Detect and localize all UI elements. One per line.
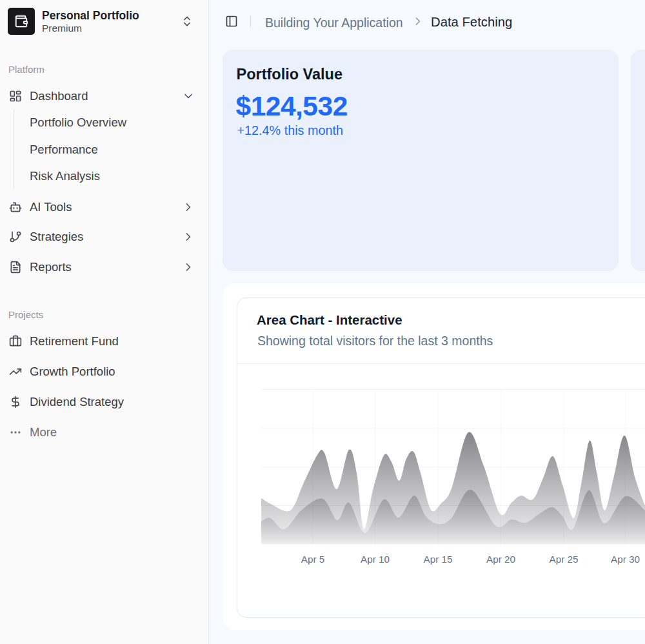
svg-text:Apr 20: Apr 20 <box>486 554 515 565</box>
svg-text:Apr 5: Apr 5 <box>301 554 325 565</box>
svg-text:Apr 10: Apr 10 <box>361 554 390 565</box>
svg-text:Apr 25: Apr 25 <box>549 554 578 565</box>
svg-text:Apr 15: Apr 15 <box>423 554 452 565</box>
svg-text:Apr 30: Apr 30 <box>611 554 640 565</box>
